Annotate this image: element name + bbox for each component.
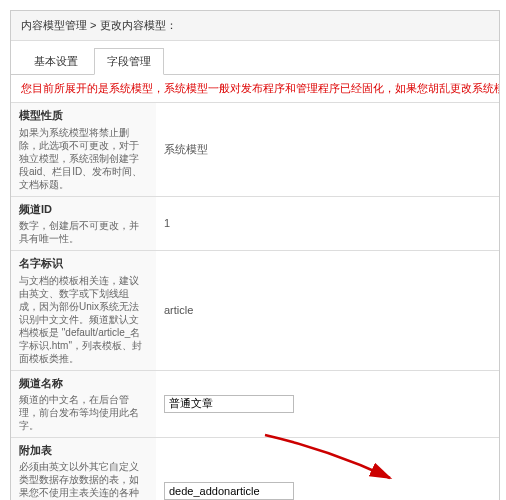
- input-addon-table[interactable]: [164, 482, 294, 500]
- label-channel-id: 频道ID: [19, 202, 148, 217]
- label-name-tag: 名字标识: [19, 256, 148, 271]
- label-model-type: 模型性质: [19, 108, 148, 123]
- value-model-type: 系统模型: [156, 103, 499, 196]
- tabs-bar: 基本设置 字段管理: [11, 41, 499, 75]
- breadcrumb: 内容模型管理 > 更改内容模型：: [11, 11, 499, 41]
- label-addon-table: 附加表: [19, 443, 148, 458]
- tab-fields[interactable]: 字段管理: [94, 48, 164, 75]
- label-channel-name: 频道名称: [19, 376, 148, 391]
- warning-text: 您目前所展开的是系统模型，系统模型一般对发布程序和管理程序已经固化，如果您胡乱更…: [11, 75, 499, 103]
- value-channel-id: 1: [156, 196, 499, 250]
- tab-basic[interactable]: 基本设置: [21, 48, 91, 75]
- value-name-tag: article: [156, 251, 499, 370]
- input-channel-name[interactable]: [164, 395, 294, 413]
